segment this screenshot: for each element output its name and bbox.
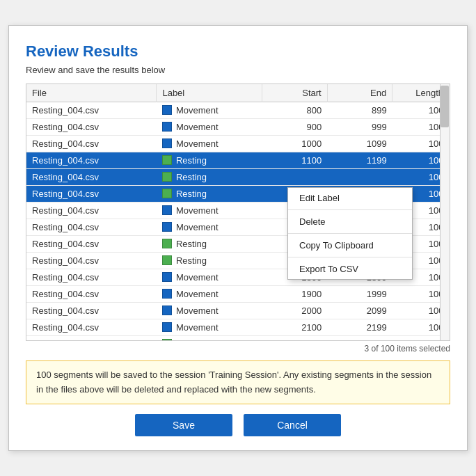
label-text: Movement [176,272,219,283]
cell-end: 1999 [327,285,392,302]
label-text: Movement [176,205,219,216]
label-color-box [162,105,172,115]
cell-end: 2099 [327,302,392,319]
label-text: Movement [176,105,219,116]
label-text: Resting [176,239,207,249]
cell-label: Movement [157,285,262,302]
cell-label: Movement [157,302,262,319]
cell-start: 2200 [262,335,327,340]
cell-start: 1000 [262,135,327,152]
cell-file: Resting_004.csv [26,118,157,135]
cell-label: Resting [157,168,262,185]
cell-label: Movement [157,102,262,118]
cell-file: Resting_004.csv [26,285,157,302]
cell-file: Resting_004.csv [26,185,157,202]
context-menu-copy[interactable]: Copy To Clipboard [288,235,412,255]
cell-label: Resting [157,152,262,168]
cell-file: Resting_004.csv [26,102,157,118]
cell-end: 2299 [327,335,392,340]
context-menu-divider-3 [288,257,412,257]
cell-label: Resting [157,252,262,269]
cell-label: Resting [157,335,262,340]
cell-label: Movement [157,202,262,219]
cell-label: Movement [157,319,262,335]
table-row[interactable]: Resting_004.csvMovement21002199100 [26,319,450,335]
table-row[interactable]: Resting_004.csvResting22002299100 [26,335,450,340]
cell-file: Resting_004.csv [26,219,157,235]
label-color-box [162,122,172,132]
cell-label: Movement [157,118,262,135]
cell-file: Resting_004.csv [26,269,157,285]
info-box: 100 segments will be saved to the sessio… [26,360,450,405]
label-text: Resting [176,155,207,166]
review-results-dialog: Review Results Review and save the resul… [8,25,468,452]
label-color-box [162,205,172,215]
cell-file: Resting_004.csv [26,152,157,168]
table-row[interactable]: Resting_004.csvMovement19001999100 [26,285,450,302]
scrollbar-thumb[interactable] [441,86,449,127]
dialog-title: Review Results [26,42,450,61]
label-color-box [162,255,172,265]
context-menu-delete[interactable]: Delete [288,212,412,232]
cell-label: Movement [157,219,262,235]
cell-file: Resting_004.csv [26,168,157,185]
label-text: Movement [176,222,219,232]
cell-end: 899 [327,102,392,118]
cell-file: Resting_004.csv [26,235,157,252]
cell-start: 1100 [262,152,327,168]
results-table-container: File Label Start End Length Resting_004.… [26,84,450,341]
label-color-box [162,339,172,340]
col-file: File [26,84,157,102]
label-color-box [162,272,172,282]
table-row[interactable]: Resting_004.csvMovement20002099100 [26,302,450,319]
cell-end: 2199 [327,319,392,335]
label-color-box [162,189,172,198]
cell-file: Resting_004.csv [26,135,157,152]
cell-label: Resting [157,185,262,202]
table-row[interactable]: Resting_004.csvMovement10001099100 [26,135,450,152]
table-row[interactable]: Resting_004.csvResting100 [26,168,450,185]
table-row[interactable]: Resting_004.csvMovement800899100 [26,102,450,118]
table-header-row: File Label Start End Length [26,84,450,102]
cell-start: 1900 [262,285,327,302]
label-color-box [162,138,172,148]
label-color-box [162,172,172,182]
cell-file: Resting_004.csv [26,335,157,340]
label-color-box [162,306,172,315]
context-menu-divider-2 [288,233,412,234]
table-row[interactable]: Resting_004.csvMovement900999100 [26,118,450,135]
label-color-box [162,155,172,165]
scrollbar-track [440,84,450,340]
save-button[interactable]: Save [135,414,232,436]
label-color-box [162,322,172,332]
cell-end: 999 [327,118,392,135]
cell-start: 2000 [262,302,327,319]
dialog-subtitle: Review and save the results below [26,65,450,75]
cell-start: 800 [262,102,327,118]
context-menu-export[interactable]: Export To CSV [288,259,412,279]
cell-label: Resting [157,235,262,252]
label-color-box [162,222,172,232]
cancel-button[interactable]: Cancel [244,414,341,436]
context-menu: Edit Label Delete Copy To Clipboard Expo… [287,187,413,280]
col-end: End [327,84,392,102]
label-color-box [162,289,172,299]
label-text: Resting [176,189,207,199]
label-text: Movement [176,122,219,132]
label-text: Movement [176,138,219,149]
col-label: Label [157,84,262,102]
cell-label: Movement [157,135,262,152]
label-text: Resting [176,172,207,182]
label-text: Movement [176,322,219,333]
context-menu-edit-label[interactable]: Edit Label [288,188,412,208]
selection-info: 3 of 100 items selected [26,344,450,354]
cell-start [262,168,327,185]
cell-file: Resting_004.csv [26,252,157,269]
table-row[interactable]: Resting_004.csvResting11001199100 [26,152,450,168]
button-row: Save Cancel [26,414,450,436]
label-color-box [162,239,172,248]
cell-end [327,168,392,185]
label-text: Resting [176,255,207,266]
cell-label: Movement [157,269,262,285]
info-text: 100 segments will be saved to the sessio… [36,370,431,395]
